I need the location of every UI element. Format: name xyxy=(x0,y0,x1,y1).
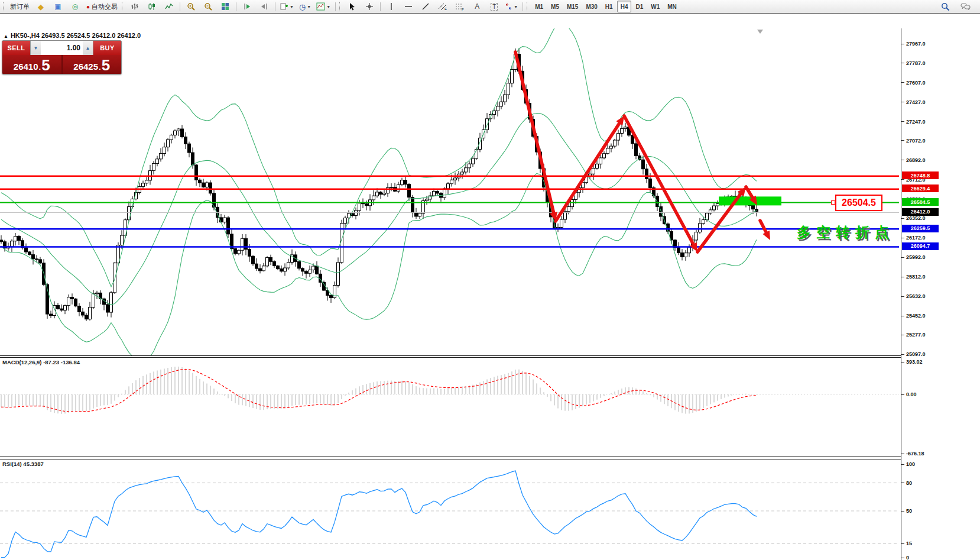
rsi-axis-tick: 50 xyxy=(901,507,912,514)
price-tag-26504.5: 26504.5 xyxy=(902,198,939,206)
price-tag-26748.8: 26748.8 xyxy=(902,171,939,179)
equidistant-channel-button[interactable]: E xyxy=(434,1,451,13)
price-tick: 25277.0 xyxy=(901,331,926,338)
price-tick: 26352.0 xyxy=(901,215,926,222)
sell-price-main: 26410 xyxy=(14,62,38,71)
price-tick: 25452.0 xyxy=(901,312,926,319)
toolbar-grip xyxy=(122,2,124,11)
symbol-info: ▲HK50-,H4 26493.5 26524.5 26412.0 26412.… xyxy=(4,32,141,39)
new-order-label: 新订单 xyxy=(10,2,30,11)
price-tick: 27072.0 xyxy=(901,137,926,144)
timeframe-button-M5[interactable]: M5 xyxy=(547,1,563,12)
toolbar-grip xyxy=(339,2,341,11)
signals-icon[interactable]: ◎ xyxy=(67,1,83,13)
toolbar-separator xyxy=(335,2,336,11)
chat-icon[interactable] xyxy=(957,1,973,13)
volume-increase-button[interactable]: ▲ xyxy=(83,41,93,55)
toolbar-separator xyxy=(523,2,523,11)
toolbar-separator xyxy=(180,2,180,11)
callout-anchor[interactable] xyxy=(831,200,835,205)
svg-text:F: F xyxy=(462,8,464,11)
toolbar-separator xyxy=(236,2,236,11)
buy-price-dot: . xyxy=(99,63,101,71)
timeframe-button-M30[interactable]: M30 xyxy=(582,1,601,12)
auto-scroll-button[interactable] xyxy=(239,1,255,13)
rsi-axis-tick: 100 xyxy=(901,461,915,468)
buy-button[interactable]: BUY xyxy=(93,41,121,55)
price-tick: 26892.0 xyxy=(901,157,926,164)
timeframe-button-MN[interactable]: MN xyxy=(664,1,680,12)
cursor-button[interactable] xyxy=(344,1,361,13)
price-tick: 27247.0 xyxy=(901,118,926,125)
navigator-icon[interactable]: ▣ xyxy=(50,1,66,13)
macd-pane[interactable] xyxy=(0,357,901,457)
toolbar-grip xyxy=(527,2,528,11)
rsi-axis-tick: 0 xyxy=(901,554,909,560)
vertical-line-button[interactable] xyxy=(383,1,400,13)
price-tag-26629.4: 26629.4 xyxy=(902,184,939,192)
tile-windows-button[interactable] xyxy=(217,1,233,13)
zoom-in-button[interactable] xyxy=(183,1,199,13)
text-label-button[interactable]: T xyxy=(486,1,502,13)
timeframe-button-H4[interactable]: H4 xyxy=(617,1,632,12)
price-tick: 26172.0 xyxy=(901,234,926,241)
timeframe-button-M1[interactable]: M1 xyxy=(531,1,547,12)
timeframe-button-D1[interactable]: D1 xyxy=(632,1,647,12)
new-chart-dropdown[interactable]: ▼ xyxy=(278,1,296,13)
price-tag-26412.0: 26412.0 xyxy=(902,208,939,216)
timeframe-button-M15[interactable]: M15 xyxy=(563,1,582,12)
mt4-terminal: 新订单 ◆ ▣ ◎ ● 自动交易 xyxy=(0,0,980,560)
sell-button[interactable]: SELL xyxy=(2,41,30,55)
toolbar-separator xyxy=(275,2,275,11)
chart-shift-button[interactable] xyxy=(256,1,272,13)
chart-icon: ▲ xyxy=(4,34,8,39)
turning-point-annotation: 多空转折点 xyxy=(797,223,894,242)
chart-shift-marker[interactable] xyxy=(757,30,763,34)
timeframe-button-W1[interactable]: W1 xyxy=(647,1,663,12)
sell-price-dot: . xyxy=(39,63,41,71)
autotrading-label: 自动交易 xyxy=(92,2,118,11)
fibonacci-button[interactable]: F xyxy=(452,1,468,13)
autotrading-button[interactable]: ● 自动交易 xyxy=(84,1,120,13)
trendline-button[interactable] xyxy=(417,1,434,13)
clock-icon: ◷ xyxy=(299,2,306,11)
price-tick: 25632.0 xyxy=(901,293,926,300)
volume-input[interactable] xyxy=(41,41,83,55)
price-tag-26094.7: 26094.7 xyxy=(902,242,939,250)
macd-axis-zero: 0.00 xyxy=(901,391,917,398)
autotrading-icon: ● xyxy=(86,4,90,10)
sell-price[interactable]: 26410 . 5 xyxy=(2,55,61,74)
rsi-indicator-label: RSI(14) 45.3387 xyxy=(2,461,44,467)
arrows-dropdown[interactable]: ▼ xyxy=(503,1,520,13)
bar-chart-button[interactable] xyxy=(126,1,143,13)
price-tick: 27967.0 xyxy=(901,40,926,47)
rsi-pane[interactable] xyxy=(0,459,901,560)
line-chart-button[interactable] xyxy=(161,1,177,13)
rsi-axis-tick: 80 xyxy=(901,480,912,487)
price-tick: 25812.0 xyxy=(901,273,926,280)
timeframe-bar: M1M5M15M30H1H4D1W1MN xyxy=(531,1,680,12)
volume-decrease-button[interactable]: ▼ xyxy=(31,41,41,55)
zoom-out-button[interactable] xyxy=(200,1,216,13)
svg-text:E: E xyxy=(444,7,447,11)
search-icon[interactable] xyxy=(937,1,953,13)
toolbar-grip xyxy=(3,2,5,11)
indicators-dropdown[interactable]: ▼ xyxy=(314,1,333,13)
sell-price-frac: 5 xyxy=(41,57,50,73)
toolbar-separator xyxy=(380,2,381,11)
macd-axis-min: -676.18 xyxy=(901,450,924,457)
crosshair-button[interactable] xyxy=(361,1,378,13)
buy-price[interactable]: 26425 . 5 xyxy=(63,55,122,74)
market-watch-icon[interactable]: ◆ xyxy=(33,1,49,13)
chart-window: ▲HK50-,H4 26493.5 26524.5 26412.0 26412.… xyxy=(0,14,980,560)
new-order-button[interactable]: 新订单 xyxy=(8,1,32,13)
timeframe-button-H1[interactable]: H1 xyxy=(602,1,616,12)
price-axis[interactable]: 27967.027787.027607.027427.027247.027072… xyxy=(901,28,980,560)
main-price-chart[interactable] xyxy=(0,28,901,355)
candlestick-chart-button[interactable] xyxy=(144,1,160,13)
text-button[interactable]: A xyxy=(469,1,485,13)
price-callout[interactable]: 26504.5 xyxy=(835,195,882,211)
periods-clock-dropdown[interactable]: ◷▼ xyxy=(297,1,313,13)
horizontal-line-button[interactable] xyxy=(400,1,417,13)
price-tick: 25992.0 xyxy=(901,254,926,261)
